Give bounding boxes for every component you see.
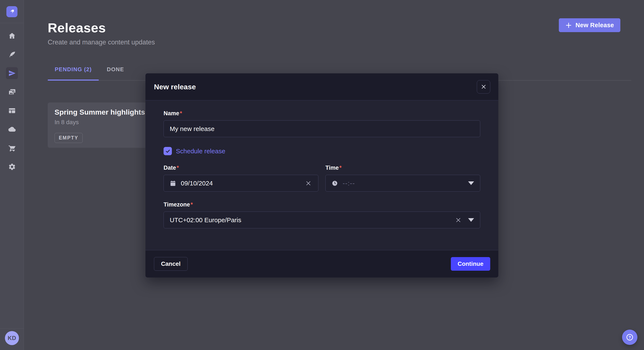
release-card-status-badge: EMPTY bbox=[54, 133, 83, 143]
sidebar-item-content-manager[interactable] bbox=[6, 105, 18, 117]
continue-button[interactable]: Continue bbox=[451, 257, 490, 271]
app-root: KD Releases Create and manage content up… bbox=[0, 0, 644, 350]
sidebar-nav bbox=[0, 30, 24, 173]
strapi-logo[interactable] bbox=[6, 6, 18, 17]
sidebar-item-content-type-builder[interactable] bbox=[6, 48, 18, 60]
cart-icon bbox=[8, 144, 16, 152]
name-label: Name* bbox=[164, 110, 480, 117]
new-release-button[interactable]: New Release bbox=[559, 18, 620, 32]
required-asterisk: * bbox=[180, 110, 182, 117]
name-label-text: Name bbox=[164, 110, 179, 117]
name-field-group: Name* My new release bbox=[164, 110, 480, 137]
name-input[interactable]: My new release bbox=[164, 120, 480, 137]
cloud-icon bbox=[8, 126, 16, 133]
sidebar-item-home[interactable] bbox=[6, 30, 18, 42]
sidebar-item-settings[interactable] bbox=[6, 161, 18, 173]
checkmark-icon bbox=[165, 149, 170, 154]
modal-close-button[interactable] bbox=[477, 80, 490, 94]
picture-icon bbox=[8, 88, 16, 96]
clock-icon bbox=[332, 180, 338, 186]
close-icon bbox=[481, 84, 486, 90]
sidebar-item-media-library[interactable] bbox=[6, 86, 18, 98]
time-field-group: Time* --:-- bbox=[326, 165, 480, 191]
schedule-release-label[interactable]: Schedule release bbox=[176, 148, 225, 155]
modal-title: New release bbox=[154, 83, 196, 91]
sidebar: KD bbox=[0, 0, 24, 350]
modal-body: Name* My new release Schedule release bbox=[146, 100, 498, 250]
plus-icon bbox=[565, 22, 572, 29]
timezone-select[interactable]: UTC+02:00 Europe/Paris bbox=[164, 212, 480, 228]
new-release-modal: New release Name* My new release bbox=[146, 73, 498, 278]
schedule-release-checkbox[interactable] bbox=[164, 147, 172, 155]
time-label: Time* bbox=[326, 165, 480, 171]
gear-icon bbox=[8, 163, 16, 171]
chevron-down-icon[interactable] bbox=[468, 181, 474, 185]
required-asterisk: * bbox=[177, 165, 179, 171]
help-button[interactable]: ? bbox=[622, 330, 638, 345]
timezone-label-text: Timezone bbox=[164, 201, 190, 208]
strapi-logo-icon bbox=[8, 8, 16, 15]
modal-header: New release bbox=[146, 73, 498, 100]
date-label: Date* bbox=[164, 165, 318, 171]
home-icon bbox=[8, 32, 16, 40]
required-asterisk: * bbox=[190, 201, 193, 208]
feather-icon bbox=[8, 51, 16, 58]
page-subtitle: Create and manage content updates bbox=[48, 38, 155, 46]
sidebar-divider bbox=[0, 329, 24, 329]
timezone-label: Timezone* bbox=[164, 201, 480, 208]
user-avatar[interactable]: KD bbox=[5, 331, 19, 345]
page-header: Releases Create and manage content updat… bbox=[48, 20, 155, 46]
required-asterisk: * bbox=[340, 165, 342, 171]
panel-icon bbox=[8, 107, 16, 115]
time-input-placeholder: --:-- bbox=[343, 180, 355, 187]
page-title: Releases bbox=[48, 20, 155, 35]
sidebar-item-cloud[interactable] bbox=[6, 123, 18, 135]
date-input-value: 09/10/2024 bbox=[181, 180, 213, 187]
sidebar-item-releases[interactable] bbox=[6, 67, 18, 79]
schedule-release-row: Schedule release bbox=[164, 147, 480, 155]
time-input[interactable]: --:-- bbox=[326, 175, 480, 191]
timezone-field-group: Timezone* UTC+02:00 Europe/Paris bbox=[164, 201, 480, 228]
timezone-clear-button[interactable] bbox=[454, 216, 462, 224]
paper-plane-icon bbox=[8, 69, 16, 77]
time-label-text: Time bbox=[326, 165, 339, 171]
svg-text:?: ? bbox=[628, 335, 631, 340]
tab-pending[interactable]: PENDING (2) bbox=[48, 66, 99, 81]
modal-footer: Cancel Continue bbox=[146, 250, 498, 278]
date-time-row: Date* 09/10/2024 bbox=[164, 165, 480, 191]
date-input[interactable]: 09/10/2024 bbox=[164, 175, 318, 191]
chevron-down-icon[interactable] bbox=[468, 218, 474, 222]
tab-done[interactable]: DONE bbox=[100, 66, 131, 81]
sidebar-item-marketplace[interactable] bbox=[6, 142, 18, 154]
date-field-group: Date* 09/10/2024 bbox=[164, 165, 318, 191]
name-input-value: My new release bbox=[170, 125, 214, 133]
date-clear-button[interactable] bbox=[304, 179, 312, 187]
date-label-text: Date bbox=[164, 165, 176, 171]
calendar-icon bbox=[170, 180, 176, 186]
new-release-button-label: New Release bbox=[576, 22, 614, 29]
question-mark-icon: ? bbox=[626, 333, 634, 341]
cancel-button[interactable]: Cancel bbox=[154, 257, 188, 271]
timezone-select-value: UTC+02:00 Europe/Paris bbox=[170, 216, 241, 224]
sidebar-divider bbox=[0, 23, 24, 23]
